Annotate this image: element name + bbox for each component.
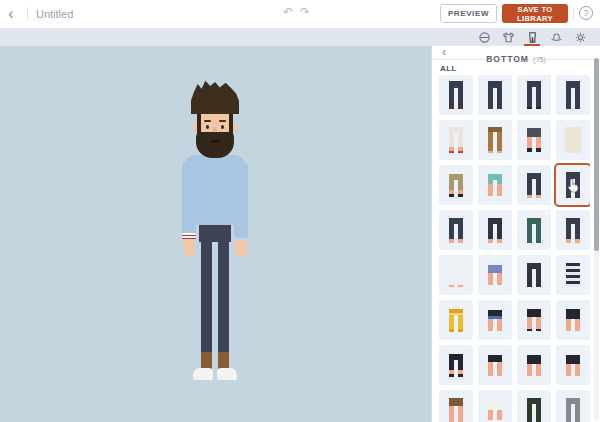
- character-creator-app: ‹ Untitled ↶ ↷ PREVIEW SAVE TO LIBRARY ?: [0, 0, 600, 422]
- bottom-thumbnail: [527, 218, 541, 243]
- undo-icon[interactable]: ↶: [283, 5, 293, 19]
- bottom-item[interactable]: [439, 210, 473, 250]
- bottom-thumbnail: [449, 354, 463, 377]
- asset-panel: ‹ BOTTOM (75) ALL: [431, 46, 600, 422]
- bottom-thumbnail: [488, 127, 502, 153]
- bottom-thumbnail: [488, 174, 502, 196]
- bottom-item[interactable]: [517, 345, 551, 385]
- bottom-thumbnail: [527, 309, 541, 331]
- character-beard: [196, 132, 234, 158]
- pants-icon: [526, 31, 539, 44]
- gear-icon: [574, 31, 587, 44]
- divider: [573, 7, 574, 21]
- bottom-thumbnail: [449, 264, 463, 287]
- tab-head[interactable]: [472, 28, 496, 46]
- panel-header: ‹ BOTTOM (75): [432, 46, 600, 60]
- bottom-thumbnail: [449, 127, 463, 153]
- bottom-thumbnail: [566, 398, 580, 422]
- bottom-thumbnail: [527, 81, 541, 109]
- bottom-item[interactable]: [517, 300, 551, 340]
- character-mouth: [211, 140, 220, 143]
- bottom-thumbnail: [566, 81, 580, 109]
- bottom-thumbnail: [527, 398, 541, 422]
- sidebar-scrollbar[interactable]: [594, 58, 599, 420]
- bottom-item[interactable]: [517, 390, 551, 422]
- hat-icon: [550, 31, 563, 44]
- bottom-item[interactable]: [556, 255, 590, 295]
- help-icon[interactable]: ?: [579, 6, 593, 20]
- bottom-item[interactable]: [517, 75, 551, 115]
- tab-top[interactable]: [496, 28, 520, 46]
- bottom-item[interactable]: [478, 165, 512, 205]
- bottom-thumbnail: [488, 81, 502, 109]
- bottom-thumbnail: [566, 355, 580, 376]
- bottom-item[interactable]: [439, 345, 473, 385]
- character-eye-left: [206, 125, 209, 129]
- bottom-item[interactable]: [439, 390, 473, 422]
- category-tabs: [472, 28, 592, 46]
- character[interactable]: [175, 80, 255, 390]
- bottom-item[interactable]: [439, 75, 473, 115]
- panel-count: (75): [533, 56, 545, 63]
- bottom-thumbnail: [488, 218, 502, 243]
- bottom-item[interactable]: [478, 255, 512, 295]
- back-button[interactable]: ‹: [8, 4, 14, 24]
- shirt-icon: [502, 31, 515, 44]
- bottom-thumbnail: [488, 310, 502, 331]
- preview-button[interactable]: PREVIEW: [440, 4, 497, 23]
- bottom-item[interactable]: [439, 255, 473, 295]
- tab-bottom[interactable]: [520, 28, 544, 46]
- bottom-thumbnail: [566, 263, 580, 287]
- character-eye-right: [221, 125, 224, 129]
- bottom-item[interactable]: [439, 165, 473, 205]
- bottom-thumbnail: [449, 309, 463, 332]
- bottom-item[interactable]: [556, 345, 590, 385]
- character-sweater: [185, 155, 245, 225]
- character-shoe-right: [217, 368, 237, 380]
- bottom-item[interactable]: [517, 165, 551, 205]
- bottom-item[interactable]: [556, 120, 590, 160]
- bottom-item[interactable]: [478, 120, 512, 160]
- bottom-item[interactable]: [478, 300, 512, 340]
- bottom-thumbnail: [527, 355, 541, 376]
- divider: [27, 7, 28, 21]
- character-hair: [191, 80, 239, 114]
- character-hand-left: [183, 240, 195, 256]
- bottom-thumbnail: [566, 309, 580, 331]
- character-eyebrow-right: [219, 120, 226, 122]
- tab-hat[interactable]: [544, 28, 568, 46]
- tab-settings[interactable]: [568, 28, 592, 46]
- character-leg-left: [201, 240, 212, 353]
- bottom-item[interactable]: [556, 165, 590, 205]
- bottom-item[interactable]: [517, 210, 551, 250]
- redo-icon[interactable]: ↷: [300, 5, 310, 19]
- bottom-thumbnail: [449, 81, 463, 109]
- bottom-item[interactable]: [556, 300, 590, 340]
- category-toolbar: [0, 28, 600, 46]
- bottom-item[interactable]: [439, 120, 473, 160]
- filter-all[interactable]: ALL: [440, 64, 457, 73]
- head-icon: [478, 31, 491, 44]
- bottom-item[interactable]: [478, 210, 512, 250]
- bottom-item[interactable]: [517, 255, 551, 295]
- bottom-item[interactable]: [478, 390, 512, 422]
- bottom-thumbnail: [449, 174, 463, 197]
- character-eyebrow-left: [204, 120, 211, 122]
- bottom-item[interactable]: [556, 390, 590, 422]
- character-leg-right: [218, 240, 229, 353]
- bottom-item[interactable]: [556, 75, 590, 115]
- bottom-thumbnail: [527, 263, 541, 287]
- bottom-item[interactable]: [556, 210, 590, 250]
- bottom-item[interactable]: [439, 300, 473, 340]
- bottoms-grid: [439, 75, 590, 422]
- scrollbar-thumb[interactable]: [594, 58, 599, 251]
- save-to-library-button[interactable]: SAVE TO LIBRARY: [502, 4, 568, 23]
- document-title[interactable]: Untitled: [36, 8, 73, 20]
- topbar: ‹ Untitled ↶ ↷ PREVIEW SAVE TO LIBRARY ?: [0, 0, 600, 28]
- bottom-item[interactable]: [478, 75, 512, 115]
- bottom-thumbnail: [488, 400, 502, 420]
- bottom-item[interactable]: [478, 345, 512, 385]
- bottom-item[interactable]: [517, 120, 551, 160]
- bottom-thumbnail: [488, 355, 502, 376]
- character-hand-right: [235, 240, 247, 256]
